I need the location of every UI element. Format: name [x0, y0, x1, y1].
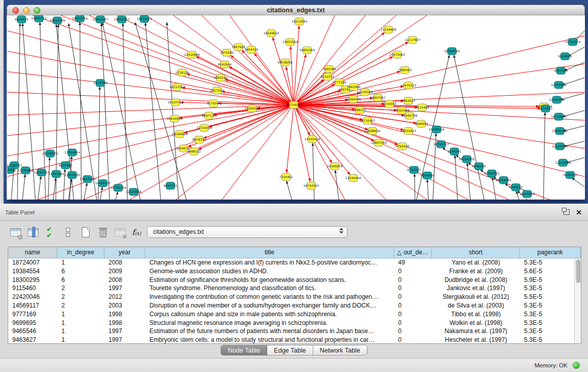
network-node[interactable]: 14055721 — [31, 15, 47, 22]
network-node[interactable]: 20206576 — [42, 150, 58, 157]
network-node[interactable]: 15951654 — [282, 38, 298, 46]
network-node[interactable]: 8267130 — [202, 112, 216, 119]
network-node[interactable]: 17957253 — [80, 176, 96, 183]
column-header-short[interactable]: short — [432, 247, 520, 258]
network-node[interactable]: 10688609 — [365, 127, 381, 135]
network-node[interactable]: 9154091 — [448, 148, 462, 155]
network-node[interactable]: 18245410 — [519, 190, 535, 198]
network-node[interactable]: 12213393 — [169, 83, 185, 91]
network-node[interactable]: 13545444 — [345, 174, 361, 182]
network-node[interactable]: 2867608 — [232, 43, 246, 51]
network-node[interactable]: 20691406 — [50, 17, 66, 24]
table-row[interactable]: 2242004622012Investigating the contribut… — [8, 293, 574, 301]
network-node[interactable]: 12210648 — [555, 159, 571, 166]
network-node[interactable]: 9215953 — [539, 105, 553, 112]
network-node[interactable]: 16958107 — [95, 180, 111, 187]
float-panel-icon[interactable] — [563, 209, 570, 215]
table-row[interactable]: 977716911998Corpus callosum shape and si… — [8, 310, 574, 319]
network-node[interactable]: 19654923 — [401, 127, 417, 135]
close-window-button[interactable] — [12, 7, 19, 14]
network-node[interactable]: 12444159 — [549, 96, 565, 103]
network-node[interactable]: 7986372 — [353, 106, 367, 114]
network-node[interactable]: 9456044 — [472, 163, 486, 170]
network-node[interactable]: 16791217 — [433, 141, 449, 148]
network-node[interactable]: 16648794 — [444, 48, 460, 55]
network-node[interactable]: 16853287 — [93, 16, 108, 23]
table-row[interactable]: 946554611997Estimation of the future num… — [8, 327, 574, 336]
table-selector-dropdown[interactable]: citations_edges.txt — [147, 226, 347, 238]
network-node[interactable]: 9463627 — [402, 97, 416, 104]
network-view-canvas[interactable]: 1872400722420046271812612213393181075541… — [7, 15, 584, 200]
minimize-window-button[interactable] — [23, 7, 30, 14]
network-node[interactable]: 2803144 — [214, 74, 228, 81]
scrollbar-thumb[interactable] — [576, 259, 580, 283]
network-node[interactable]: 2427552 — [210, 87, 224, 94]
show-column-icon[interactable] — [27, 226, 40, 239]
network-node[interactable]: 19861904 — [299, 47, 315, 54]
table-row[interactable]: 1456911722003Disruption of a novel membe… — [8, 301, 574, 310]
column-header-name[interactable]: name — [8, 247, 57, 258]
network-node[interactable]: 10653267 — [114, 16, 130, 23]
network-node[interactable]: 3170044 — [207, 100, 221, 107]
network-node[interactable]: 16038251 — [277, 59, 293, 66]
network-node[interactable]: 2516059 — [94, 79, 107, 86]
network-node[interactable]: 18954306 — [459, 156, 475, 163]
table-row[interactable]: 1830029562008Estimation of significance … — [8, 276, 574, 285]
tab-node-table[interactable]: Node Table — [221, 345, 267, 355]
network-node[interactable]: 11451944 — [49, 170, 64, 178]
delete-table-icon[interactable]: x — [114, 226, 127, 239]
table-row[interactable]: 946362711997Embryonic stem cells: a mode… — [8, 336, 574, 343]
network-node[interactable]: 9245032 — [509, 184, 523, 191]
network-node[interactable]: 7940288 — [322, 65, 336, 73]
network-node[interactable]: 7485063 — [398, 67, 412, 74]
zoom-window-button[interactable] — [34, 7, 40, 14]
network-node[interactable]: 18415316 — [72, 15, 88, 22]
new-column-icon[interactable] — [79, 226, 93, 239]
network-node[interactable]: 9105574 — [15, 16, 29, 23]
network-node[interactable]: 12093872 — [551, 81, 567, 89]
network-node[interactable]: 13505135 — [64, 171, 80, 179]
network-node[interactable]: 9756928 — [396, 143, 409, 150]
network-node[interactable]: 18313044 — [292, 18, 308, 25]
table-row[interactable]: 969969511998Structural magnetic resonanc… — [8, 319, 574, 327]
network-graph[interactable]: 1872400722420046271812612213393181075541… — [7, 15, 584, 200]
network-node[interactable]: 9245022 — [563, 171, 577, 179]
network-node[interactable]: 9699695 — [415, 120, 428, 127]
network-node[interactable]: 8878334 — [192, 136, 206, 143]
network-node[interactable]: 9115460 — [416, 104, 429, 111]
table-row[interactable]: 1872400712008Changes of HCN gene express… — [8, 258, 574, 267]
tab-network-table[interactable]: Network Table — [313, 345, 367, 355]
column-header-in_degree[interactable]: in_degree — [57, 247, 104, 258]
column-header-year[interactable]: year — [104, 247, 145, 258]
column-header-title[interactable]: title — [145, 247, 394, 258]
table-row[interactable]: 1938455462009Genome-wide association stu… — [8, 267, 574, 276]
network-node[interactable]: 19654935 — [167, 115, 183, 122]
network-node[interactable]: 3915941 — [7, 166, 16, 173]
network-node[interactable]: 9457791 — [164, 182, 178, 189]
network-node[interactable]: 9227343 — [554, 67, 568, 74]
network-node[interactable]: 19345878 — [327, 163, 343, 170]
network-node[interactable]: 15751074 — [565, 38, 581, 46]
network-node[interactable]: 16649610 — [264, 30, 279, 37]
network-node[interactable]: 18107554 — [168, 99, 184, 106]
row-stack-icon[interactable] — [61, 226, 75, 239]
network-node[interactable]: 11156862 — [18, 167, 34, 174]
network-node[interactable]: 6791927 — [407, 166, 421, 173]
table-scrollbar[interactable] — [574, 258, 581, 343]
network-node[interactable]: 3875685 — [220, 49, 234, 56]
network-node[interactable]: 19255421 — [137, 15, 153, 23]
network-node[interactable]: 16782759 — [111, 184, 126, 191]
network-node[interactable]: 9154409 — [421, 172, 434, 179]
network-node[interactable]: 16245544 — [357, 89, 373, 96]
network-node[interactable]: 15345458 — [304, 136, 320, 143]
network-node[interactable]: 11154908 — [381, 26, 397, 33]
delete-column-icon[interactable] — [96, 226, 110, 239]
tab-edge-table[interactable]: Edge Table — [267, 345, 313, 355]
network-node[interactable]: 16954002 — [496, 177, 512, 184]
network-node[interactable]: 18807249 — [371, 139, 387, 146]
network-node[interactable]: 16409154 — [429, 126, 445, 133]
close-panel-icon[interactable]: ✕ — [576, 207, 582, 217]
network-node[interactable]: 2718126 — [176, 69, 189, 76]
select-rows-icon[interactable]: ✔✔ — [44, 226, 58, 239]
column-header-pagerank[interactable]: pagerank — [520, 247, 581, 258]
